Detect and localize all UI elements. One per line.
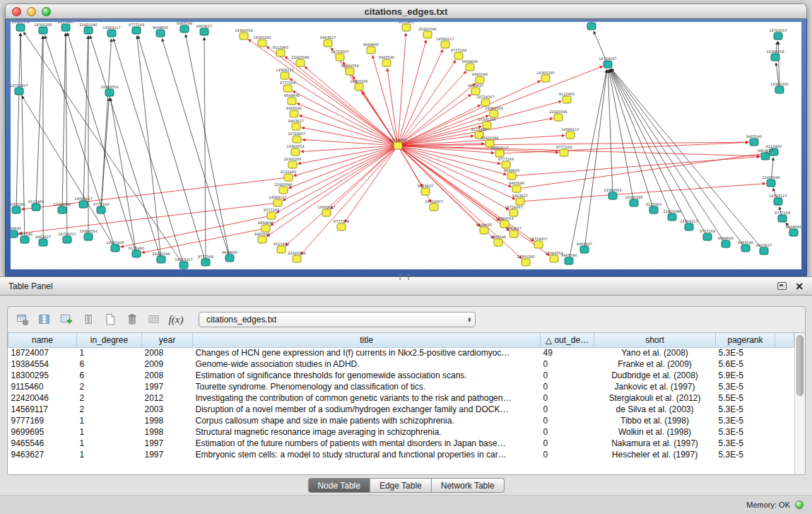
graph-node[interactable]: 22420046: [152, 252, 170, 264]
table-row[interactable]: 2242004622012Investigating the contribut…: [8, 392, 794, 404]
citation-graph[interactable]: 1872400719384554183002959115460224200461…: [11, 22, 801, 269]
graph-node[interactable]: 9115460: [273, 45, 288, 57]
graph-edge[interactable]: [570, 70, 606, 257]
graph-node[interactable]: 19384554: [604, 188, 621, 200]
cell-out_degree[interactable]: 0: [541, 438, 594, 449]
graph-edge[interactable]: [387, 69, 397, 142]
graph-node[interactable]: 18724007: [288, 132, 305, 144]
graph-node[interactable]: 9463627: [468, 83, 483, 95]
cell-name[interactable]: 9115460: [8, 381, 77, 392]
graph-node[interactable]: 19384554: [79, 229, 97, 241]
graph-node[interactable]: 9699695: [504, 168, 519, 180]
cell-in_degree[interactable]: 1: [77, 438, 142, 449]
graph-node[interactable]: 22420046: [288, 251, 305, 263]
table-row[interactable]: 1456911722003Disruption of a novel membe…: [8, 404, 794, 415]
compact-table-icon[interactable]: [79, 310, 98, 329]
graph-node[interactable]: 9777169: [129, 23, 144, 35]
graph-node[interactable]: 18724007: [769, 28, 787, 40]
cell-name[interactable]: 18300295: [8, 370, 77, 381]
graph-node[interactable]: 18300295: [517, 255, 534, 267]
cell-year[interactable]: 1998: [142, 426, 193, 438]
graph-node[interactable]: 14569117: [680, 219, 698, 231]
graph-edge[interactable]: [286, 148, 395, 245]
tab-node-table[interactable]: Node Table: [307, 478, 370, 493]
graph-node[interactable]: 9699695: [222, 250, 237, 262]
graph-edge[interactable]: [297, 103, 394, 144]
cell-year[interactable]: 1997: [142, 381, 193, 392]
cell-in_degree[interactable]: 2: [77, 392, 142, 404]
table-row[interactable]: 946362711997Embryonic stem cells: a mode…: [8, 449, 794, 460]
graph-node[interactable]: 9465546: [561, 253, 577, 265]
cell-pagerank[interactable]: 5.3E-5: [716, 438, 775, 449]
import-table-icon[interactable]: [145, 310, 163, 329]
graph-node[interactable]: 18300295: [770, 82, 788, 94]
graph-node[interactable]: 9777169: [264, 208, 279, 220]
graph-edge[interactable]: [22, 96, 113, 245]
graph-node[interactable]: 9465546: [177, 22, 192, 33]
cell-out_degree[interactable]: 0: [541, 381, 594, 392]
cell-in_degree[interactable]: 6: [77, 358, 142, 370]
graph-node[interactable]: 19384554: [100, 85, 118, 97]
graph-node[interactable]: 9465546: [17, 232, 33, 244]
graph-node[interactable]: 9115460: [129, 246, 144, 258]
cell-year[interactable]: 2009: [142, 358, 193, 370]
column-header-pagerank[interactable]: pagerank: [716, 333, 775, 347]
cell-year[interactable]: 2003: [142, 404, 193, 415]
graph-node[interactable]: 9777169: [775, 211, 790, 223]
graph-node[interactable]: 9115460: [281, 170, 296, 182]
graph-edge[interactable]: [19, 204, 274, 233]
graph-edge[interactable]: [249, 40, 395, 144]
cell-out_degree[interactable]: 0: [541, 404, 594, 415]
graph-node[interactable]: 19384554: [286, 144, 304, 156]
graph-node[interactable]: 9777169: [334, 219, 349, 231]
graph-edge[interactable]: [401, 146, 500, 164]
table-settings-icon[interactable]: [13, 310, 32, 329]
graph-edge[interactable]: [398, 33, 406, 142]
graph-node[interactable]: 19384554: [11, 22, 29, 31]
cell-name[interactable]: 18724007: [8, 347, 77, 358]
graph-node[interactable]: 18724007: [505, 205, 522, 217]
graph-node[interactable]: 18300295: [11, 202, 25, 214]
cell-year[interactable]: 1998: [142, 415, 193, 426]
graph-edge[interactable]: [305, 66, 395, 144]
graph-edge[interactable]: [101, 39, 111, 206]
graph-node[interactable]: 9777169: [280, 81, 295, 93]
cell-name[interactable]: 9465546: [8, 438, 77, 449]
graph-node[interactable]: 9115460: [646, 202, 661, 214]
graph-node[interactable]: 22420046: [762, 175, 779, 187]
graph-node[interactable]: 19384554: [235, 28, 252, 40]
cell-name[interactable]: 22420046: [8, 392, 77, 404]
graph-node[interactable]: 9699695: [284, 93, 300, 105]
graph-node[interactable]: 18300295: [283, 157, 301, 169]
tab-edge-table[interactable]: Edge Table: [370, 478, 432, 493]
close-button[interactable]: [12, 7, 21, 16]
graph-node[interactable]: 14569117: [769, 194, 787, 206]
cell-pagerank[interactable]: 5.6E-5: [716, 358, 775, 370]
graph-node[interactable]: 9115460: [58, 22, 73, 31]
cell-title[interactable]: Tourette syndrome. Phenomenology and cla…: [193, 381, 541, 392]
graph-node[interactable]: 18724007: [599, 57, 616, 69]
graph-edge[interactable]: [137, 36, 161, 256]
close-panel-icon[interactable]: ✕: [795, 281, 804, 291]
edit-table-icon[interactable]: [57, 310, 76, 329]
cell-short[interactable]: Hescheler et al. (1997): [594, 449, 716, 460]
graph-edge[interactable]: [401, 136, 473, 145]
column-header-name[interactable]: name: [8, 333, 77, 347]
graph-edge[interactable]: [345, 148, 396, 222]
cell-out_degree[interactable]: 0: [541, 415, 594, 426]
cell-out_degree[interactable]: 0: [541, 392, 594, 404]
graph-edge[interactable]: [162, 39, 228, 255]
graph-edge[interactable]: [585, 70, 607, 246]
cell-short[interactable]: de Silva et al. (2003): [594, 404, 716, 415]
graph-node[interactable]: 9465546: [746, 134, 762, 146]
graph-edge[interactable]: [331, 148, 396, 209]
graph-node[interactable]: 9463627: [288, 119, 304, 131]
graph-edge[interactable]: [67, 33, 135, 251]
cell-out_degree[interactable]: 0: [541, 358, 594, 370]
table-row[interactable]: 911546021997Tourette syndrome. Phenomeno…: [8, 381, 794, 392]
graph-node[interactable]: 22420046: [53, 202, 71, 214]
graph-edge[interactable]: [300, 148, 395, 255]
graph-node[interactable]: 9777169: [451, 48, 466, 60]
cell-year[interactable]: 1997: [142, 438, 193, 449]
cell-year[interactable]: 2008: [142, 347, 193, 358]
